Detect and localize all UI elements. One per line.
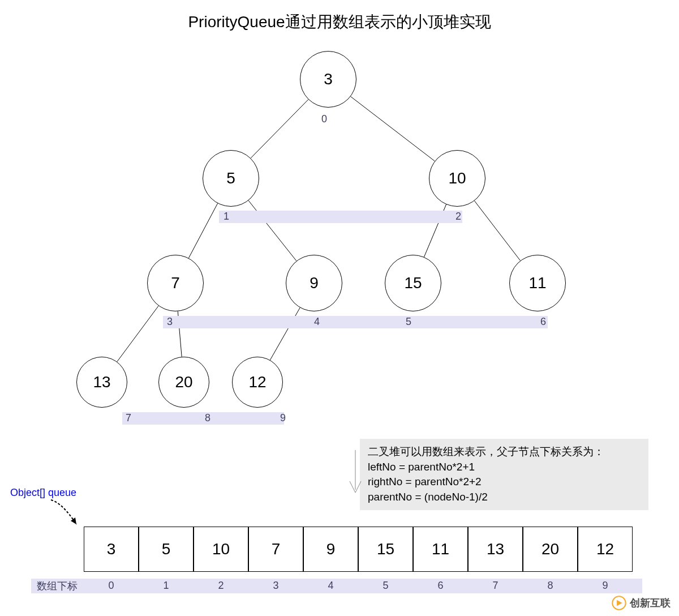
watermark-icon [612,596,626,610]
note-line: 二叉堆可以用数组来表示，父子节点下标关系为： [368,444,641,460]
array-cell: 13 [468,527,523,572]
node-index-label: 8 [205,412,210,424]
array-index-cell: 6 [413,580,468,592]
node-index-label: 2 [455,211,461,223]
note-line: parentNo = (nodeNo-1)/2 [368,490,641,505]
note-line: rightNo = parentNo*2+2 [368,474,641,490]
note-line: leftNo = parentNo*2+1 [368,460,641,475]
svg-line-2 [188,203,217,258]
note-arrow [347,450,364,501]
node-index-label: 9 [280,412,286,424]
svg-line-6 [117,306,158,362]
node-index-label: 5 [406,316,411,328]
index-bar [122,412,284,425]
array-index-cell: 7 [468,580,523,592]
index-bar [163,316,548,328]
heap-tree: 3510791511132012 0123456789 [0,40,679,470]
array-index-row: 0123456789 [84,580,633,592]
array-cell: 5 [139,527,194,572]
svg-marker-10 [71,517,76,524]
array-cell: 20 [523,527,578,572]
heap-node: 13 [76,357,127,408]
heap-node: 15 [385,255,441,311]
node-index-label: 4 [314,316,320,328]
node-index-label: 7 [126,412,131,424]
index-bar [219,211,462,223]
node-index-label: 0 [321,113,327,125]
array-cell: 11 [413,527,468,572]
node-index-label: 3 [167,316,173,328]
array-representation: 3510791511132012 [84,527,633,572]
array-cell: 3 [84,527,139,572]
array-cell: 7 [248,527,303,572]
array-index-cell: 0 [84,580,139,592]
queue-arrow [48,497,93,531]
heap-node: 3 [300,51,356,108]
svg-marker-12 [617,600,622,606]
array-index-cell: 5 [358,580,413,592]
array-cell: 15 [358,527,413,572]
array-index-cell: 9 [578,580,633,592]
formula-note: 二叉堆可以用数组来表示，父子节点下标关系为：leftNo = parentNo*… [360,439,648,510]
array-index-cell: 8 [523,580,578,592]
watermark: 创新互联 [612,596,671,610]
array-index-cell: 3 [248,580,303,592]
array-cell: 10 [194,527,248,572]
svg-line-1 [351,96,435,161]
page-title: PriorityQueue通过用数组表示的小顶堆实现 [0,11,679,33]
heap-node: 20 [158,357,209,408]
heap-node: 9 [286,255,342,311]
heap-node: 7 [147,255,204,311]
array-cell: 9 [303,527,358,572]
heap-node: 12 [232,357,283,408]
array-index-cell: 1 [139,580,194,592]
svg-line-0 [251,100,308,159]
array-index-prefix: 数组下标 [31,579,78,593]
node-index-label: 6 [540,316,546,328]
watermark-text: 创新互联 [630,596,671,610]
svg-line-3 [248,200,296,261]
array-index-cell: 4 [303,580,358,592]
node-index-label: 1 [224,211,229,223]
svg-line-5 [474,201,520,261]
array-cell: 12 [578,527,633,572]
heap-node: 11 [509,255,566,311]
heap-node: 5 [203,150,259,207]
heap-node: 10 [429,150,485,207]
array-index-cell: 2 [194,580,248,592]
